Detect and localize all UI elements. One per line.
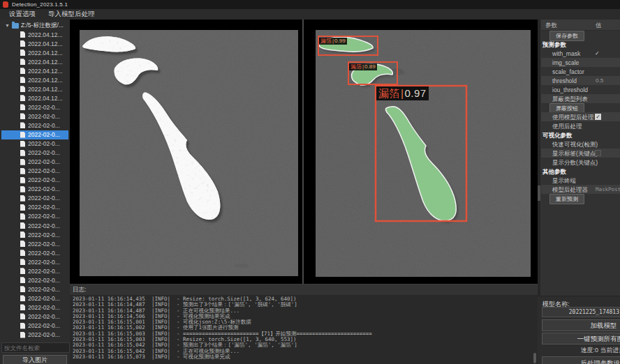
- tree-root[interactable]: ▼ Z:/5-标注数据/...: [1, 21, 68, 30]
- param-row[interactable]: 使用后处理: [541, 121, 620, 130]
- file-icon: [20, 332, 25, 338]
- file-icon: [20, 277, 25, 283]
- param-row[interactable]: 显示分数(关键点): [541, 158, 620, 167]
- tree-item[interactable]: 2022-02-0...: [1, 158, 68, 167]
- tree-item[interactable]: 2022-02-0...: [1, 203, 68, 212]
- param-row[interactable]: iou_threshold: [541, 85, 620, 94]
- log-scrollbar[interactable]: [533, 353, 536, 363]
- param-row[interactable]: scale_factor: [541, 67, 620, 76]
- file-icon: [20, 186, 25, 192]
- re-predict-button[interactable]: 重新预测: [549, 194, 584, 204]
- file-icon: [20, 323, 25, 329]
- tree-item[interactable]: 2022-02-0...: [1, 230, 68, 239]
- param-row[interactable]: 显示终端: [541, 176, 620, 185]
- title-bar: Detection_2023.1.5.1: [0, 0, 620, 9]
- tree-item[interactable]: 2022-02-0...: [1, 194, 68, 203]
- param-row[interactable]: threshold0.5: [541, 76, 620, 85]
- tree-item[interactable]: 2022-02-0...: [1, 257, 68, 266]
- right-image[interactable]: 漏箔|0.99漏箔|0.89漏箔|0.97: [316, 30, 531, 277]
- tree-item[interactable]: 2022-02-0...: [1, 149, 68, 158]
- param-value: 0.5: [596, 77, 603, 84]
- tree-item[interactable]: 2022-02-0...: [1, 248, 68, 257]
- detection-class: 漏箔: [320, 38, 332, 44]
- detection-label: 漏箔|0.99: [319, 38, 347, 45]
- postprocess-params-button[interactable]: 后处理参数设置: [542, 356, 620, 364]
- tree-item[interactable]: 2022.04.12...: [1, 84, 68, 93]
- tree-item[interactable]: 2022-02-0...: [1, 176, 68, 185]
- param-row[interactable]: 屏蔽类型列表: [541, 94, 620, 103]
- tree-item[interactable]: 2022-02-0...: [1, 331, 68, 340]
- tree-item-label: 2022-02-0...: [28, 113, 60, 120]
- tree-item[interactable]: 2022-02-0...: [1, 121, 68, 130]
- tree-item[interactable]: 2022.04.12...: [1, 75, 68, 84]
- tree-item-label: 2022-02-0...: [28, 241, 60, 248]
- file-icon: [20, 50, 25, 56]
- file-icon: [20, 68, 25, 74]
- tree-item[interactable]: 2022.04.12...: [1, 48, 68, 57]
- tree-item[interactable]: 2022.04.12...: [1, 57, 68, 66]
- tree-item-label: 2022-02-0...: [28, 322, 60, 329]
- tree-item[interactable]: 2022-02-0...: [1, 103, 68, 112]
- tree-item[interactable]: 2022-02-0...: [1, 303, 68, 312]
- tree-item[interactable]: 2022-02-0...: [1, 212, 68, 221]
- log-body[interactable]: 2023-01-11 16:16:14,435 |INFO| - Resize:…: [70, 295, 538, 360]
- file-tree-list: 2022.04.12...2022.04.12...2022.04.12...2…: [1, 30, 68, 340]
- file-icon: [20, 141, 25, 147]
- tree-item[interactable]: 2022-02-0...: [1, 130, 68, 139]
- tree-item[interactable]: 2022.04.12...: [1, 93, 68, 103]
- detection-score: 0.89: [364, 63, 376, 70]
- file-icon: [20, 77, 25, 83]
- folder-icon: [12, 23, 19, 29]
- search-input[interactable]: [1, 342, 70, 353]
- file-icon: [20, 286, 25, 292]
- param-row[interactable]: with_mask✓: [541, 49, 620, 58]
- param-section: 其他参数: [541, 167, 620, 176]
- tree-item[interactable]: 2022-02-0...: [1, 294, 68, 303]
- model-section: 模型名称: 20221225_174813 加载模型 一键预测所有图片 速度:0…: [538, 296, 620, 364]
- tree-item[interactable]: 2022.04.12...: [1, 39, 68, 48]
- load-model-button[interactable]: 加载模型: [542, 319, 620, 331]
- tree-item[interactable]: 2022-02-0...: [1, 167, 68, 176]
- detection-label: 漏箔|0.97: [376, 86, 429, 100]
- param-row[interactable]: 使用模型后处理✓: [541, 112, 620, 121]
- tree-item-label: 2022-02-0...: [28, 131, 60, 138]
- params-scrollbar-handle[interactable]: [538, 185, 540, 201]
- menu-import-postprocess[interactable]: 导入模型后处理: [42, 9, 101, 20]
- tree-item-label: 2022.04.12...: [28, 59, 63, 66]
- tree-item[interactable]: 2022-02-0...: [1, 312, 68, 321]
- panel-splitter[interactable]: [302, 20, 304, 288]
- tree-item-label: 2022-02-0...: [28, 286, 60, 293]
- param-label: iou_threshold: [552, 86, 588, 93]
- file-icon: [20, 222, 25, 229]
- file-icon: [20, 241, 25, 247]
- log-line: 2023-01-11 16:16:15,073 |INFO| - 可视化预测结果…: [73, 354, 538, 360]
- param-row[interactable]: 快速可视化(检测): [541, 139, 620, 149]
- file-icon: [20, 168, 25, 174]
- param-row[interactable]: 显示标签(关键点): [541, 149, 620, 158]
- tree-item[interactable]: 2022-02-0...: [1, 321, 68, 331]
- tree-item[interactable]: 2022-02-0...: [1, 221, 68, 230]
- tree-item[interactable]: 2022-02-0...: [1, 185, 68, 194]
- model-name-field[interactable]: 20221225_174813: [542, 307, 620, 317]
- tree-item[interactable]: 2022.04.12...: [1, 66, 68, 75]
- tree-item[interactable]: 2022-02-0...: [1, 112, 68, 121]
- checkbox[interactable]: ✓: [595, 114, 601, 120]
- predict-all-button[interactable]: 一键预测所有图片: [542, 333, 620, 344]
- menu-settings[interactable]: 设置选项: [3, 9, 42, 20]
- param-row[interactable]: 模型后处理器MaskPostPro: [541, 185, 620, 194]
- tree-item[interactable]: 2022.04.12...: [1, 30, 68, 39]
- tree-item[interactable]: 2022-02-0...: [1, 285, 68, 294]
- tree-item[interactable]: 2022-02-0...: [1, 275, 68, 285]
- param-row[interactable]: img_scale: [541, 58, 620, 67]
- original-image-panel[interactable]: [80, 30, 298, 276]
- tree-item-label: 2022-02-0...: [28, 250, 60, 257]
- window-title: Detection_2023.1.5.1: [12, 1, 68, 8]
- tree-item[interactable]: 2022-02-0...: [1, 239, 68, 248]
- file-icon: [20, 250, 25, 256]
- tree-item[interactable]: 2022-02-0...: [1, 266, 68, 275]
- checkbox[interactable]: [595, 150, 601, 156]
- tree-item[interactable]: 2022-02-0...: [1, 139, 68, 149]
- import-images-button[interactable]: 导入图片: [3, 355, 67, 364]
- progress-status: 速度:0 当前进度: [542, 346, 620, 354]
- params-scrollbar-track[interactable]: [538, 20, 540, 296]
